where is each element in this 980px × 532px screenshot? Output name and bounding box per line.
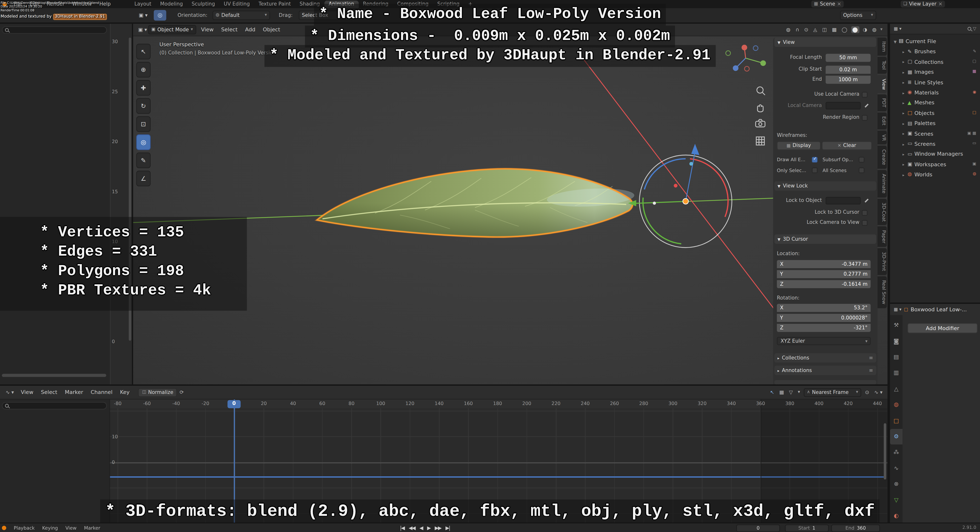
view-layer-tab[interactable]: ▥	[890, 365, 903, 381]
expand-icon[interactable]: ▸	[902, 70, 907, 75]
view-lock-header[interactable]: ▼View Lock	[775, 181, 877, 191]
menu-item[interactable]: Playback	[10, 525, 38, 530]
modifiers-tab[interactable]: ⚙	[890, 429, 903, 445]
collections-panel-header[interactable]: ▸Collections≡	[775, 353, 877, 363]
only-selected-checkbox[interactable]	[812, 167, 817, 173]
cursor-location-z-field[interactable]: Z-0.1614 m	[777, 280, 870, 288]
sidebar-tab[interactable]: View	[878, 75, 887, 93]
sidebar-tab[interactable]: 3D-Coat	[878, 199, 887, 225]
menu-item[interactable]: Channel	[87, 389, 116, 395]
gizmo-y-ring[interactable]	[643, 198, 681, 244]
lock-camera-checkbox[interactable]	[862, 220, 867, 225]
panel-menu-icon[interactable]: ≡	[869, 355, 873, 361]
view-layer-unlink-icon[interactable]: ×	[938, 1, 942, 7]
ghost-curves-icon[interactable]: ▦	[778, 389, 785, 395]
expand-icon[interactable]: ▸	[902, 49, 907, 54]
leaf-model[interactable]	[317, 169, 635, 237]
jump-to-end-button[interactable]: ▶|	[445, 525, 450, 531]
expand-icon[interactable]: ▸	[902, 152, 907, 156]
outliner-root-row[interactable]: ▼ ▤ Current File	[890, 36, 980, 46]
rotation-order-dropdown[interactable]: XYZ Euler▾	[777, 337, 870, 345]
lock-object-field[interactable]	[826, 197, 861, 204]
expand-icon[interactable]: ▸	[902, 172, 907, 177]
frame-end-field[interactable]: End360	[831, 524, 880, 532]
scene-selector[interactable]: ▦ Scene ×	[811, 1, 844, 8]
sidebar-tab[interactable]: 3D-Print	[878, 248, 887, 275]
all-scenes-checkbox[interactable]	[859, 167, 864, 173]
menu-item[interactable]: Select	[37, 389, 61, 395]
rotate-gizmo[interactable]	[628, 144, 732, 248]
menu-item[interactable]: Marker	[80, 525, 104, 530]
object-data-tab[interactable]: ▽	[890, 492, 903, 508]
subsurf-checkbox[interactable]	[859, 157, 864, 162]
snap-dropdown[interactable]: ∧ Nearest Frame▾	[804, 388, 861, 397]
editor-type-icon[interactable]: ▣ ▾	[139, 8, 148, 23]
expand-icon[interactable]: ▸	[902, 91, 907, 95]
clip-start-field[interactable]: 0.02 m	[826, 65, 870, 73]
editor-type-icon[interactable]: ▦ ▾	[894, 307, 902, 312]
world-tab[interactable]: ◍	[890, 397, 903, 413]
current-frame-field[interactable]: 0	[736, 524, 780, 532]
sidebar-tab[interactable]: Create	[878, 146, 887, 169]
cursor-panel-header[interactable]: ▼3D Cursor	[775, 234, 877, 244]
tool-tab[interactable]: ⚒	[890, 318, 903, 333]
annotations-panel-header[interactable]: ▸Annotations≡	[775, 366, 877, 375]
sidebar-tab[interactable]: Animate	[878, 170, 887, 197]
outliner-row[interactable]: ▸ ▢ Collections ▢	[890, 57, 980, 67]
lock-to-cursor-checkbox[interactable]	[862, 210, 867, 215]
gizmo-x-ring[interactable]	[690, 159, 728, 217]
expand-icon[interactable]: ▸	[902, 80, 907, 85]
outliner-row[interactable]: ▸ ▭ Window Managers	[890, 149, 980, 159]
outliner-row[interactable]: ▸ ▭ Screens ▭	[890, 139, 980, 149]
object-origin[interactable]	[683, 199, 689, 204]
channel-search-input[interactable]	[2, 402, 107, 409]
render-tab[interactable]: ◙	[890, 333, 903, 349]
play-reverse-button[interactable]: ◀	[420, 525, 423, 531]
expand-icon[interactable]: ▸	[902, 142, 907, 146]
curve-falloff-icon[interactable]: ∿ ▾	[873, 389, 884, 395]
refresh-icon[interactable]: ⟳	[178, 389, 185, 395]
menu-item[interactable]: Keying	[38, 525, 62, 530]
menu-item[interactable]: View	[62, 525, 80, 530]
sidebar-tab[interactable]: Edit	[878, 113, 887, 129]
focal-length-field[interactable]: 50 mm	[826, 54, 870, 62]
panel-menu-icon[interactable]: ≡	[869, 367, 873, 373]
eyedropper-icon[interactable]	[864, 198, 869, 203]
outliner-row[interactable]: ▸ ◍ Worlds ◍	[890, 169, 980, 180]
navigation-gizmo[interactable]	[726, 45, 766, 71]
local-camera-field[interactable]	[826, 102, 861, 110]
sidebar-tab[interactable]: Item	[878, 38, 887, 56]
chevron-down-icon[interactable]: ▾	[880, 27, 882, 32]
wireframe-display-button[interactable]: ▦Display	[777, 141, 821, 150]
expand-icon[interactable]: ▸	[902, 111, 907, 115]
view-layer-selector[interactable]: ❏ View Layer ×	[901, 1, 945, 8]
gizmo-x-handle[interactable]	[674, 184, 678, 188]
orientation-dropdown[interactable]: ◍ Default▾	[213, 11, 270, 20]
outliner-row[interactable]: ▸ ✎ Brushes ✎	[890, 46, 980, 57]
workspace-tab[interactable]: Sculpting	[187, 1, 219, 8]
physics-tab[interactable]: ∿	[890, 461, 903, 476]
object-tab[interactable]: □	[890, 413, 903, 429]
outliner-row[interactable]: ▸ ▲ Meshes	[890, 98, 980, 108]
expand-icon[interactable]: ▸	[902, 60, 907, 64]
sidebar-tab[interactable]: PDT	[878, 95, 887, 111]
expand-icon[interactable]: ▸	[902, 101, 907, 105]
ortho-grid-icon[interactable]	[756, 137, 764, 145]
outliner-row[interactable]: ▸ ▤ Palettes	[890, 118, 980, 129]
outliner-row[interactable]: ▸ ▦ Images ▦	[890, 67, 980, 77]
material-tab[interactable]: ◐	[890, 508, 903, 522]
scene-unlink-icon[interactable]: ×	[837, 1, 841, 7]
vertical-scrollbar[interactable]	[884, 423, 886, 480]
wireframe-clear-button[interactable]: ✕Clear	[822, 141, 872, 150]
next-keyframe-button[interactable]: ▶▶	[435, 525, 441, 531]
outliner-row[interactable]: ▸ ▣ Scenes ▣ ▦	[890, 129, 980, 139]
workspace-tab[interactable]: Texture Paint	[254, 1, 295, 8]
use-local-camera-checkbox[interactable]	[862, 92, 867, 97]
outliner-row[interactable]: ▸ ◉ Materials ◉	[890, 87, 980, 98]
outliner-row[interactable]: ▸ ≣ Line Styles	[890, 77, 980, 88]
menu-item[interactable]: Key	[116, 389, 133, 395]
prev-keyframe-button[interactable]: ◀◀	[409, 525, 415, 531]
output-tab[interactable]: ▤	[890, 349, 903, 365]
scene-tab[interactable]: △	[890, 381, 903, 397]
editor-type-icon[interactable]: ▦ ▾	[894, 26, 902, 31]
